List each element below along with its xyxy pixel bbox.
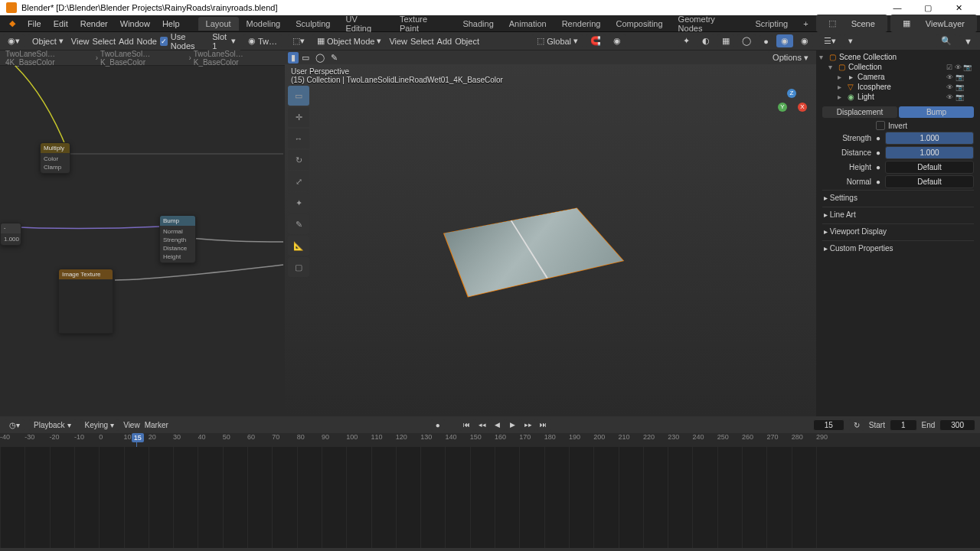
prop-strength-value[interactable]: 1.000 (885, 132, 974, 145)
workspace-tab-texpaint[interactable]: Texture Paint (392, 12, 455, 35)
vp-menu-select[interactable]: Select (410, 37, 434, 46)
timeline-menu-marker[interactable]: Marker (145, 421, 168, 429)
jump-start[interactable]: ⏮ (460, 419, 474, 431)
menu-file[interactable]: File (21, 17, 47, 31)
tool-move[interactable]: ↔ (288, 129, 309, 148)
tool-cursor[interactable]: ✛ (288, 107, 309, 127)
timeline-editor-type[interactable]: ◷▾ (5, 419, 24, 431)
workspace-tab-sculpting[interactable]: Sculpting (288, 17, 338, 31)
prop-distance-value[interactable]: 1.000 (885, 146, 974, 159)
properties-panel[interactable]: Displacement Bump Invert Strength●1.000 … (816, 103, 980, 416)
tool-rotate[interactable]: ↻ (288, 150, 309, 170)
viewport-3d[interactable]: ⬚▾ ▦ Object Mode▾ View Select Add Object… (285, 32, 816, 416)
outliner-search[interactable]: 🔍 (936, 34, 956, 47)
tool-annotate[interactable]: ✎ (288, 214, 309, 234)
outliner-filter[interactable]: ▼ (959, 35, 977, 47)
prop-custom[interactable]: ▸ Custom Properties (822, 240, 974, 256)
timeline-menu-view[interactable]: View (123, 421, 140, 429)
minimize-button[interactable]: — (882, 3, 913, 12)
prop-lineart[interactable]: ▸ Line Art (822, 207, 974, 222)
shading-solid[interactable]: ● (759, 35, 773, 47)
close-button[interactable]: ✕ (943, 3, 974, 13)
outliner-light[interactable]: ▸◉Light 👁 📷 (819, 92, 977, 102)
invert-checkbox[interactable] (876, 121, 885, 130)
timeline-keying[interactable]: Keying▾ (80, 419, 119, 431)
viewport-select-toggle[interactable]: ▮ ▭ ◯ ✎ Options▾ (285, 51, 816, 64)
prop-viewport-display[interactable]: ▸ Viewport Display (822, 223, 974, 239)
workspace-tab-compositing[interactable]: Compositing (608, 17, 670, 31)
timeline-tracks[interactable] (0, 447, 980, 548)
outliner-scene-collection[interactable]: ▾▢Scene Collection (819, 52, 977, 62)
end-frame[interactable]: 300 (939, 419, 975, 431)
menu-render[interactable]: Render (74, 17, 114, 31)
material-dropdown[interactable]: ◉ Tw… (243, 34, 282, 47)
use-nodes-checkbox[interactable]: ✓Use Nodes (160, 32, 204, 51)
tool-measure[interactable]: 📐 (288, 236, 309, 256)
blender-logo-icon[interactable]: ◆ (3, 16, 21, 31)
proportional-toggle[interactable]: ◉ (609, 34, 626, 47)
node-image-texture[interactable]: Image Texture (58, 269, 113, 334)
node-input[interactable]: ·1.000 (0, 223, 21, 246)
node-menu-select[interactable]: Select (92, 37, 116, 46)
vp-menu-add[interactable]: Add (437, 37, 452, 46)
menu-window[interactable]: Window (114, 17, 156, 31)
node-menu-view[interactable]: View (71, 37, 90, 46)
viewlayer-selector[interactable]: ▦ ViewLayer (890, 15, 977, 32)
viewport-mesh-plane[interactable] (443, 208, 624, 298)
prop-height-value[interactable]: Default (885, 161, 974, 174)
viewport-editor-type[interactable]: ⬚▾ (288, 34, 309, 47)
play-forward[interactable]: ▶ (506, 419, 520, 431)
timeline-playback[interactable]: Playback▾ (29, 419, 76, 431)
overlay-toggle[interactable]: ◐ (697, 34, 714, 47)
shader-type-dropdown[interactable]: Object▾ (28, 34, 68, 47)
breadcrumb-1[interactable]: TwoLaneSol… K_BaseColor (98, 50, 188, 67)
navigation-gizmo[interactable]: X Y Z (772, 86, 810, 124)
shading-rendered[interactable]: ◉ (796, 34, 813, 47)
keyframe-next[interactable]: ▸▸ (521, 419, 535, 431)
workspace-tab-modeling[interactable]: Modeling (239, 17, 289, 31)
mode-dropdown[interactable]: ▦ Object Mode▾ (312, 34, 386, 47)
keyframe-prev[interactable]: ◂◂ (475, 419, 489, 431)
editor-type-dropdown[interactable]: ◉▾ (3, 34, 24, 47)
start-frame[interactable]: 1 (890, 419, 917, 431)
breadcrumb-2[interactable]: TwoLaneSol… K_BaseColor (191, 50, 282, 67)
workspace-tab-animation[interactable]: Animation (501, 17, 554, 31)
xray-toggle[interactable]: ▦ (717, 34, 734, 47)
timeline[interactable]: ◷▾ Playback▾ Keying▾ View Marker ● ⏮ ◂◂ … (0, 416, 980, 548)
outliner-mode[interactable]: ☰▾ (819, 34, 841, 47)
timeline-ruler[interactable]: -40-30-20-100102030405060708090100110120… (0, 433, 980, 447)
maximize-button[interactable]: ▢ (913, 3, 943, 13)
frame-sync[interactable]: ↻ (849, 419, 864, 431)
snap-toggle[interactable]: 🧲 (586, 34, 606, 47)
vp-menu-object[interactable]: Object (455, 37, 479, 46)
workspace-tab-add[interactable]: + (795, 17, 815, 31)
outliner-collection[interactable]: ▾▢Collection ☑ 👁 📷 (819, 62, 977, 72)
shading-wireframe[interactable]: ◯ (737, 34, 756, 47)
outliner[interactable]: ☰▾ ▾ 🔍 ▼ ▾▢Scene Collection ▾▢Collection… (816, 32, 980, 103)
outliner-icosphere[interactable]: ▸▽Icosphere 👁 📷 (819, 82, 977, 92)
workspace-tab-geonodes[interactable]: Geometry Nodes (671, 12, 748, 35)
tool-scale[interactable]: ⤢ (288, 171, 309, 191)
current-frame[interactable]: 15 (813, 419, 844, 431)
node-menu-add[interactable]: Add (119, 37, 134, 46)
workspace-tab-scripting[interactable]: Scripting (747, 17, 795, 31)
prop-tab-bump[interactable]: Bump (899, 106, 974, 118)
workspace-tab-uv[interactable]: UV Editing (338, 12, 392, 35)
prop-normal-value[interactable]: Default (885, 175, 974, 188)
autokey-toggle[interactable]: ● (431, 419, 445, 431)
tool-select[interactable]: ▭ (288, 86, 309, 106)
jump-end[interactable]: ⏭ (537, 419, 550, 431)
orientation-dropdown[interactable]: ⬚ Global▾ (532, 34, 583, 47)
gizmo-toggle[interactable]: ✦ (678, 34, 694, 47)
node-menu-node[interactable]: Node (137, 37, 157, 46)
shading-material[interactable]: ◉ (776, 34, 793, 47)
vp-menu-view[interactable]: View (389, 37, 407, 46)
options-dropdown[interactable]: Options▾ (768, 51, 813, 64)
prop-settings[interactable]: ▸ Settings (822, 190, 974, 205)
menu-edit[interactable]: Edit (47, 17, 74, 31)
scene-selector[interactable]: ⬚ Scene (816, 15, 887, 32)
workspace-tab-rendering[interactable]: Rendering (554, 17, 609, 31)
outliner-camera[interactable]: ▸▸Camera 👁 📷 (819, 72, 977, 82)
play-reverse[interactable]: ◀ (491, 419, 505, 431)
menu-help[interactable]: Help (156, 17, 186, 31)
